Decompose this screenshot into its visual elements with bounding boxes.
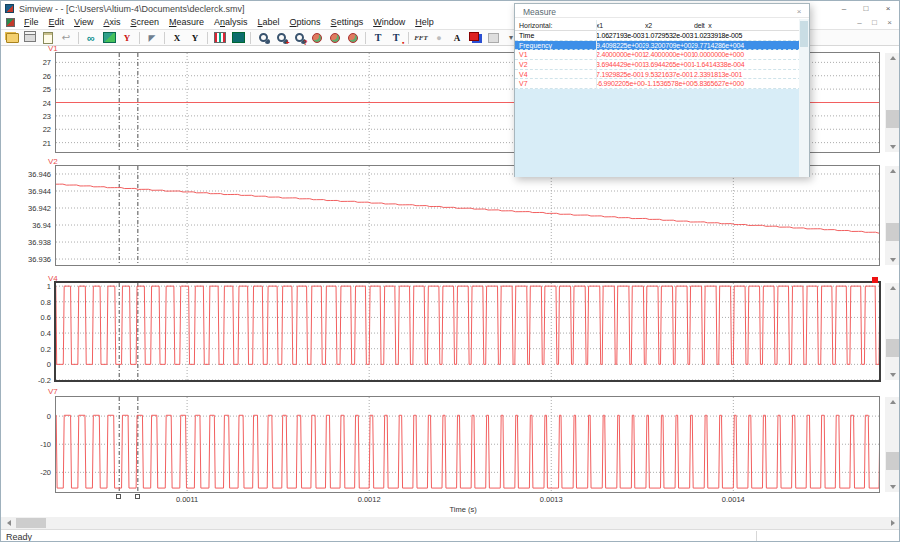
measure-cell: 5.8365627e+000 <box>694 80 801 87</box>
overlay-curves-button[interactable] <box>467 30 484 45</box>
scroll-up-icon[interactable] <box>885 283 900 293</box>
mdi-minimize-button[interactable]: – <box>852 16 867 29</box>
measure-row-time[interactable]: Time1.0627193e-0031.0729532e-0031.023391… <box>515 31 801 41</box>
x-axis-button[interactable]: X <box>169 30 186 45</box>
menu-label[interactable]: Label <box>253 16 285 29</box>
screen-button[interactable] <box>230 30 247 45</box>
menu-screen[interactable]: Screen <box>125 16 164 29</box>
measure-cursor-button[interactable] <box>370 30 387 45</box>
measure-cell: 3.6944429e+001 <box>596 61 645 68</box>
menu-edit[interactable]: Edit <box>44 16 70 29</box>
menu-help[interactable]: Help <box>410 16 439 29</box>
measure-cell: 9.5321637e-001 <box>645 71 694 78</box>
fft-button[interactable]: FFT <box>413 30 430 45</box>
scroll-left-icon[interactable] <box>2 517 15 529</box>
panel-vertical-scrollbar-v2[interactable] <box>885 166 900 265</box>
mdi-close-button[interactable]: × <box>882 16 897 29</box>
measure-row-v4[interactable]: V47.1929825e-0019.5321637e-0012.3391813e… <box>515 70 801 80</box>
menu-axis[interactable]: Axis <box>98 16 125 29</box>
open-button[interactable] <box>4 30 21 45</box>
measure-cursor-handle-2[interactable] <box>135 494 140 499</box>
toolbar-separator <box>408 32 409 44</box>
disabled-gray-button[interactable] <box>485 30 502 45</box>
print-button[interactable] <box>22 30 39 45</box>
measure-cell: 1.0233918e-005 <box>694 32 801 39</box>
x-tick-label: 0.0014 <box>713 495 753 504</box>
scroll-down-icon[interactable] <box>885 482 900 492</box>
mdi-restore-button[interactable]: □ <box>867 16 882 29</box>
x-tick-label: 0.0013 <box>531 495 571 504</box>
horizontal-scrollbar[interactable] <box>1 517 900 529</box>
scroll-up-icon[interactable] <box>885 53 900 63</box>
selected-panel-marker <box>872 277 878 283</box>
scrollbar-thumb[interactable] <box>886 452 899 470</box>
measure-row-v7[interactable]: V7-6.9902205e+000-1.1536578e+0005.836562… <box>515 79 801 89</box>
y-axis-red-button[interactable]: Y <box>119 30 136 45</box>
zoom-button[interactable] <box>255 30 272 45</box>
minimize-button[interactable]: – <box>833 1 855 16</box>
marker-button-2[interactable] <box>327 30 344 45</box>
scrollbar-thumb[interactable] <box>886 339 899 357</box>
panel-vertical-scrollbar-v4[interactable] <box>885 283 900 380</box>
add-text-button[interactable]: A <box>449 30 466 45</box>
measure-dialog-close-icon[interactable]: × <box>793 6 805 17</box>
plot-canvas-v2[interactable] <box>56 166 879 265</box>
scrollbar-thumb[interactable] <box>886 223 899 241</box>
plot-canvas-v7[interactable] <box>56 397 879 492</box>
toolbar-separator <box>139 32 140 44</box>
plot-panel-v7[interactable] <box>55 396 880 493</box>
scrollbar-thumb[interactable] <box>800 21 808 47</box>
menu-measure[interactable]: Measure <box>164 16 209 29</box>
undo-button[interactable] <box>58 30 75 45</box>
marker-button-1[interactable] <box>309 30 326 45</box>
plot-panel-v4[interactable] <box>54 281 881 382</box>
measure-cursor-2-button[interactable]: ▪ <box>388 30 405 45</box>
menu-file[interactable]: File <box>19 16 44 29</box>
screen-image-button[interactable] <box>101 30 118 45</box>
menu-analysis[interactable]: Analysis <box>209 16 253 29</box>
measure-dialog-scrollbar[interactable] <box>799 19 809 177</box>
toolbar-separator <box>78 32 79 44</box>
menu-settings[interactable]: Settings <box>326 16 369 29</box>
menu-options[interactable]: Options <box>285 16 326 29</box>
window-controls: – □ × <box>833 1 899 16</box>
pointer-button[interactable] <box>144 30 161 45</box>
scroll-down-icon[interactable] <box>885 255 900 265</box>
disabled-circle-button[interactable] <box>431 30 448 45</box>
measure-dialog-titlebar[interactable]: Measure × <box>515 4 809 18</box>
measure-cursor-handle-1[interactable] <box>116 494 121 499</box>
document-icon[interactable] <box>6 18 15 27</box>
y-tick-label: 0 <box>21 412 51 421</box>
maximize-button[interactable]: □ <box>855 1 877 16</box>
measure-row-v1[interactable]: V12.4000000e+0012.4000000e+0010.0000000e… <box>515 50 801 60</box>
y-tick-label: 27 <box>21 58 51 67</box>
scroll-right-icon[interactable] <box>886 517 899 529</box>
menu-view[interactable]: View <box>69 16 98 29</box>
add-curve-button[interactable] <box>212 30 229 45</box>
measure-dialog[interactable]: Measure × Horizontal:x1x2delt_xTime1.062… <box>514 3 810 177</box>
plot-panel-v2[interactable] <box>55 165 880 266</box>
horizontal-scrollbar-thumb[interactable] <box>16 518 46 528</box>
scroll-down-icon[interactable] <box>885 142 900 152</box>
plot-canvas-v4[interactable] <box>56 283 879 380</box>
scroll-up-icon[interactable] <box>885 397 900 407</box>
y-tick-label: 1 <box>21 282 51 291</box>
menu-window[interactable]: Window <box>368 16 410 29</box>
zoom-query-button[interactable]: ? <box>291 30 308 45</box>
panel-vertical-scrollbar-v1[interactable] <box>885 53 900 152</box>
scroll-down-icon[interactable] <box>885 370 900 380</box>
measure-row-frequency[interactable]: Frequency9.4098225e+0029.3200709e+0029.7… <box>515 41 801 51</box>
marker-button-3[interactable] <box>345 30 362 45</box>
plot-label-v7: V7 <box>48 387 58 396</box>
measure-cell: 1.0729532e-003 <box>645 32 694 39</box>
view-simulation-button[interactable] <box>83 30 100 45</box>
measure-row-v2[interactable]: V23.6944429e+0013.6944265e+001-1.6414338… <box>515 60 801 70</box>
panel-vertical-scrollbar-v7[interactable] <box>885 397 900 492</box>
close-button[interactable]: × <box>877 1 899 16</box>
scrollbar-thumb[interactable] <box>886 110 899 128</box>
scroll-up-icon[interactable] <box>885 166 900 176</box>
zoom-in-button[interactable]: + <box>273 30 290 45</box>
copy-clipboard-button[interactable] <box>40 30 57 45</box>
y-axis-button[interactable]: Y <box>187 30 204 45</box>
measure-cell: 7.1929825e-001 <box>596 71 645 78</box>
